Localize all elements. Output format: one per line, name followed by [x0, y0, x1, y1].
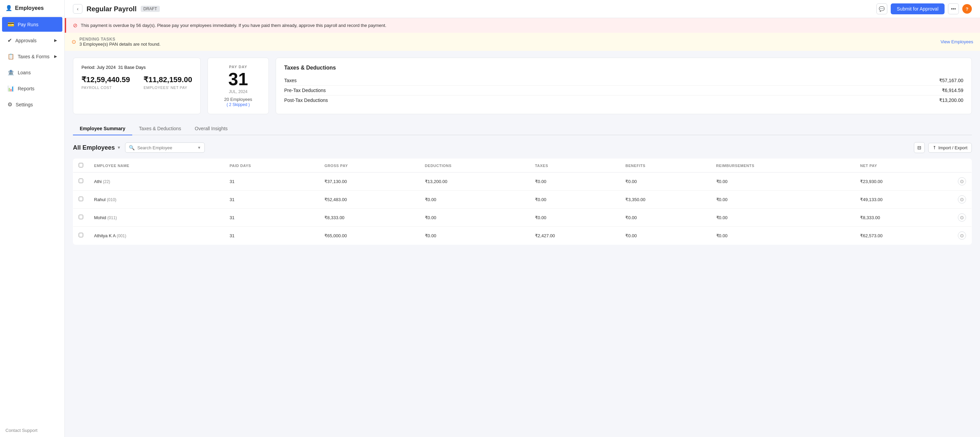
back-button[interactable]: ‹	[73, 4, 83, 14]
sidebar-item-taxes-label: Taxes & Forms	[18, 54, 49, 59]
taxes-label: Taxes	[284, 78, 297, 83]
overdue-alert-text: This payment is overdue by 56 day(s). Pl…	[81, 23, 387, 28]
row-reimbursements: ₹0.00	[711, 172, 855, 191]
payday-skipped[interactable]: ( 2 Skipped )	[227, 102, 250, 107]
all-employees-label: All Employees	[73, 144, 115, 152]
row-benefits: ₹0.00	[620, 226, 711, 245]
row-actions-cell[interactable]: ⊙	[952, 191, 972, 209]
row-checkbox[interactable]	[79, 215, 83, 219]
row-checkbox[interactable]	[79, 179, 83, 183]
more-options-button[interactable]: •••	[948, 3, 959, 14]
chevron-down-icon: ▼	[117, 145, 121, 150]
draft-badge: DRAFT	[141, 6, 160, 12]
overdue-alert: ⊘ This payment is overdue by 56 day(s). …	[65, 18, 980, 33]
row-action-button[interactable]: ⊙	[958, 177, 966, 185]
row-checkbox-cell[interactable]	[73, 226, 89, 245]
pending-tasks-message: 3 Employee(s) PAN details are not found.	[80, 41, 161, 47]
post-tax-value: ₹13,200.00	[939, 97, 963, 103]
sidebar-item-pay-runs-label: Pay Runs	[18, 22, 38, 27]
search-input[interactable]	[137, 145, 194, 150]
pre-tax-value: ₹6,914.59	[942, 88, 964, 93]
contact-support[interactable]: Contact Support	[0, 424, 64, 437]
tabs: Employee Summary Taxes & Deductions Over…	[73, 122, 972, 136]
table-row: Rahul (010) 31 ₹52,483.00 ₹0.00 ₹0.00 ₹3…	[73, 191, 972, 209]
row-reimbursements: ₹0.00	[711, 191, 855, 209]
row-deductions: ₹13,200.00	[420, 172, 530, 191]
select-all-checkbox[interactable]	[79, 163, 83, 167]
payroll-cost-item: ₹12,59,440.59 PAYROLL COST	[81, 75, 130, 90]
sidebar-item-approvals[interactable]: ✔ Approvals ▶	[2, 33, 62, 48]
tab-employee-summary[interactable]: Employee Summary	[73, 122, 132, 136]
search-box[interactable]: 🔍 ▼	[125, 142, 205, 153]
col-net-pay: NET PAY	[854, 159, 952, 172]
payday-label: PAY DAY	[229, 65, 247, 69]
chat-button[interactable]: 💬	[877, 3, 887, 14]
taxes-row: Taxes ₹57,167.00	[284, 76, 963, 86]
row-net-pay: ₹23,930.00	[854, 172, 952, 191]
col-gross-pay: GROSS PAY	[319, 159, 420, 172]
row-employee-name: Mohid (011)	[89, 209, 224, 226]
row-benefits: ₹0.00	[620, 172, 711, 191]
submit-for-approval-button[interactable]: Submit for Approval	[891, 3, 945, 14]
taxes-deductions-title: Taxes & Deductions	[284, 65, 963, 71]
row-employee-name: Athitya K A (001)	[89, 226, 224, 245]
row-taxes: ₹0.00	[530, 191, 620, 209]
col-reimbursements: REIMBURSEMENTS	[711, 159, 855, 172]
sidebar-item-settings[interactable]: ⚙ Settings	[2, 97, 62, 112]
row-reimbursements: ₹0.00	[711, 226, 855, 245]
tab-taxes-deductions[interactable]: Taxes & Deductions	[132, 122, 188, 136]
sidebar-item-loans-label: Loans	[18, 70, 31, 75]
row-actions-cell[interactable]: ⊙	[952, 226, 972, 245]
sidebar-item-taxes-forms[interactable]: 📋 Taxes & Forms ▶	[2, 49, 62, 64]
row-checkbox-cell[interactable]	[73, 191, 89, 209]
content-area: Period: July 2024 31 Base Days ₹12,59,44…	[65, 51, 980, 437]
main-content: ‹ Regular Payroll DRAFT 💬 Submit for App…	[65, 0, 980, 437]
net-pay-value: ₹11,82,159.00	[143, 75, 192, 84]
toolbar-right: ⊟ ⤒ Import / Export	[914, 142, 972, 153]
post-tax-row: Post-Tax Deductions ₹13,200.00	[284, 96, 963, 105]
row-paid-days: 31	[224, 191, 319, 209]
row-paid-days: 31	[224, 172, 319, 191]
import-export-button[interactable]: ⤒ Import / Export	[928, 143, 972, 153]
pending-tasks-alert: ⊙ PENDING TASKS 3 Employee(s) PAN detail…	[65, 33, 980, 51]
col-employee-name: EMPLOYEE NAME	[89, 159, 224, 172]
row-employee-name: Athi (22)	[89, 172, 224, 191]
filter-button[interactable]: ⊟	[914, 142, 925, 153]
row-checkbox[interactable]	[79, 233, 83, 237]
payday-day: 31	[228, 70, 248, 88]
period-card: Period: July 2024 31 Base Days ₹12,59,44…	[73, 57, 201, 114]
sidebar-item-reports-label: Reports	[18, 86, 34, 91]
col-actions	[952, 159, 972, 172]
row-action-button[interactable]: ⊙	[958, 231, 966, 240]
row-action-button[interactable]: ⊙	[958, 195, 966, 204]
row-checkbox[interactable]	[79, 197, 83, 201]
table-row: Athi (22) 31 ₹37,130.00 ₹13,200.00 ₹0.00…	[73, 172, 972, 191]
col-paid-days: PAID DAYS	[224, 159, 319, 172]
view-employees-link[interactable]: View Employees	[940, 39, 973, 44]
help-button[interactable]: ?	[962, 4, 972, 14]
sidebar-logo-label: Employees	[15, 5, 44, 11]
all-employees-dropdown[interactable]: All Employees ▼	[73, 144, 121, 152]
sidebar-item-reports[interactable]: 📊 Reports	[2, 81, 62, 96]
tab-overall-insights[interactable]: Overall Insights	[188, 122, 234, 136]
search-icon: 🔍	[129, 145, 135, 150]
payroll-cost-label: PAYROLL COST	[81, 86, 130, 90]
row-action-button[interactable]: ⊙	[958, 214, 966, 222]
col-deductions: DEDUCTIONS	[420, 159, 530, 172]
row-actions-cell[interactable]: ⊙	[952, 209, 972, 226]
employees-table: EMPLOYEE NAME PAID DAYS GROSS PAY DEDUCT…	[73, 158, 972, 245]
select-all-header[interactable]	[73, 159, 89, 172]
table-toolbar: All Employees ▼ 🔍 ▼ ⊟ ⤒ Import / Export	[73, 142, 972, 153]
taxes-value: ₹57,167.00	[939, 78, 963, 83]
row-checkbox-cell[interactable]	[73, 172, 89, 191]
row-checkbox-cell[interactable]	[73, 209, 89, 226]
row-deductions: ₹0.00	[420, 226, 530, 245]
summary-row: Period: July 2024 31 Base Days ₹12,59,44…	[73, 57, 972, 114]
row-actions-cell[interactable]: ⊙	[952, 172, 972, 191]
table-row: Athitya K A (001) 31 ₹65,000.00 ₹0.00 ₹2…	[73, 226, 972, 245]
sidebar-item-pay-runs[interactable]: 💳 Pay Runs	[2, 17, 62, 32]
pending-tasks-content: PENDING TASKS 3 Employee(s) PAN details …	[80, 37, 161, 47]
payroll-cost-value: ₹12,59,440.59	[81, 75, 130, 84]
sidebar-item-loans[interactable]: 🏦 Loans	[2, 65, 62, 80]
search-dropdown-arrow: ▼	[197, 145, 201, 150]
